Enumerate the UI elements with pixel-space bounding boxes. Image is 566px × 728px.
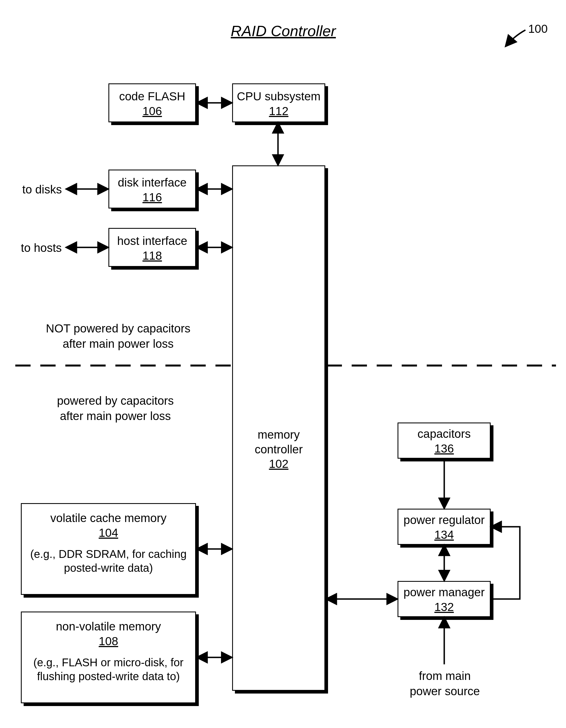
box-num: 132: [398, 600, 490, 615]
box-num: 134: [398, 528, 490, 542]
box-label: non-volatile memory: [22, 619, 195, 634]
box-num: 104: [22, 526, 195, 540]
box-nonvolatile-memory: non-volatile memory 108 (e.g., FLASH or …: [21, 612, 196, 703]
box-num: 108: [22, 634, 195, 649]
box-code-flash: code FLASH 106: [108, 83, 196, 122]
box-disk-interface: disk interface 116: [108, 170, 196, 208]
box-label: code FLASH: [109, 89, 195, 104]
box-label: power manager: [398, 585, 490, 600]
box-note: (e.g., FLASH or micro-disk, for flushing…: [22, 655, 195, 683]
box-label: memory controller: [233, 428, 324, 457]
box-label: volatile cache memory: [22, 511, 195, 526]
box-capacitors: capacitors 136: [398, 423, 491, 459]
label-from-main-power: from main power source: [403, 669, 486, 699]
box-label: disk interface: [109, 175, 195, 190]
box-label: capacitors: [398, 427, 490, 441]
box-memory-controller: memory controller 102: [232, 165, 325, 691]
box-label: power regulator: [398, 513, 490, 528]
label-to-disks: to disks: [22, 182, 62, 197]
box-num: 116: [109, 190, 195, 205]
label-powered: powered by capacitors after main power l…: [46, 393, 185, 424]
figure-refnum: 100: [528, 22, 548, 36]
box-num: 136: [398, 441, 490, 456]
box-num: 112: [233, 104, 324, 119]
box-label: host interface: [109, 234, 195, 249]
box-volatile-cache: volatile cache memory 104 (e.g., DDR SDR…: [21, 503, 196, 595]
label-not-powered: NOT powered by capacitors after main pow…: [38, 321, 199, 351]
box-host-interface: host interface 118: [108, 228, 196, 267]
diagram-canvas: RAID Controller 100 code FLASH 106 CPU s…: [0, 0, 566, 728]
box-power-manager: power manager 132: [398, 581, 491, 617]
box-num: 102: [233, 457, 324, 471]
box-note: (e.g., DDR SDRAM, for caching posted-wri…: [22, 547, 195, 575]
diagram-title: RAID Controller: [231, 22, 336, 39]
label-to-hosts: to hosts: [21, 240, 62, 256]
box-cpu-subsystem: CPU subsystem 112: [232, 83, 325, 122]
box-power-regulator: power regulator 134: [398, 509, 491, 545]
box-num: 118: [109, 249, 195, 263]
box-label: CPU subsystem: [233, 89, 324, 104]
box-num: 106: [109, 104, 195, 119]
